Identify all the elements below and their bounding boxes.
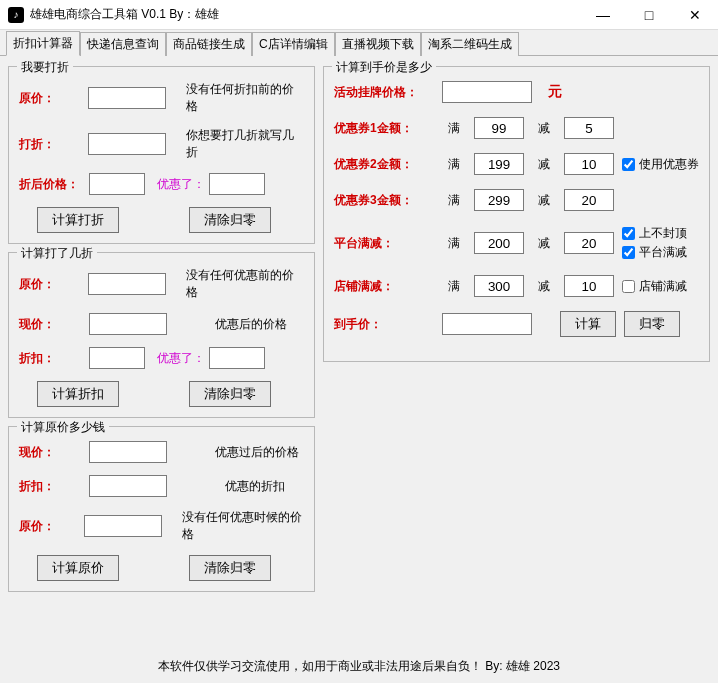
checkbox-platform[interactable]: 平台满减 <box>622 244 687 261</box>
desc-original: 没有任何折扣前的价格 <box>186 81 304 115</box>
input-shop-off[interactable] <box>564 275 614 297</box>
label-original-price: 原价： <box>19 276 88 293</box>
label-man: 满 <box>442 192 466 209</box>
clear-button-3[interactable]: 清除归零 <box>189 555 271 581</box>
label-platform-reduce: 平台满减： <box>334 235 434 252</box>
label-jian: 减 <box>532 192 556 209</box>
tab-qrcode-gen[interactable]: 淘系二维码生成 <box>421 32 519 56</box>
unit-yuan: 元 <box>548 83 562 101</box>
label-shop-reduce: 店铺满减： <box>334 278 434 295</box>
tab-live-download[interactable]: 直播视频下载 <box>335 32 421 56</box>
input-plat-threshold[interactable] <box>474 232 524 254</box>
desc: 优惠过后的价格 <box>215 444 299 461</box>
input-plat-off[interactable] <box>564 232 614 254</box>
clear-button-2[interactable]: 清除归零 <box>189 381 271 407</box>
label-jian: 减 <box>532 278 556 295</box>
group-calc-original: 计算原价多少钱 现价： 优惠过后的价格 折扣： 优惠的折扣 原价： 没有任何优惠… <box>8 426 315 592</box>
tab-product-link[interactable]: 商品链接生成 <box>166 32 252 56</box>
input-final-price[interactable] <box>442 313 532 335</box>
input-shop-threshold[interactable] <box>474 275 524 297</box>
desc: 没有任何优惠时候的价格 <box>182 509 304 543</box>
label-jian: 减 <box>532 235 556 252</box>
label-current-price: 现价： <box>19 444 89 461</box>
calc-discount-button[interactable]: 计算打折 <box>37 207 119 233</box>
label-saved: 优惠了： <box>157 350 205 367</box>
window-title: 雄雄电商综合工具箱 V0.1 By：雄雄 <box>30 6 580 23</box>
label-original-price: 原价： <box>19 518 84 535</box>
input-listed-price[interactable] <box>442 81 532 103</box>
group-legend: 计算到手价是多少 <box>332 59 436 76</box>
input-current-price[interactable] <box>89 441 167 463</box>
calc-rate-button[interactable]: 计算折扣 <box>37 381 119 407</box>
label-after-price: 折后价格： <box>19 176 89 193</box>
input-saved[interactable] <box>209 173 265 195</box>
input-original-price[interactable] <box>88 87 166 109</box>
input-discount-rate[interactable] <box>89 475 167 497</box>
label-current-price: 现价： <box>19 316 89 333</box>
label-discount: 打折： <box>19 136 88 153</box>
label-coupon2: 优惠券2金额： <box>334 156 434 173</box>
app-icon: ♪ <box>8 7 24 23</box>
input-discount-rate[interactable] <box>89 347 145 369</box>
input-saved[interactable] <box>209 347 265 369</box>
group-final-price: 计算到手价是多少 活动挂牌价格： 元 优惠券1金额： 满 减 优惠券2金额： 满… <box>323 66 710 362</box>
input-discount[interactable] <box>88 133 166 155</box>
group-calc-discount: 计算打了几折 原价： 没有任何优惠前的价格 现价： 优惠后的价格 折扣： 优惠了… <box>8 252 315 418</box>
checkbox-shop[interactable]: 店铺满减 <box>622 278 687 295</box>
minimize-button[interactable]: — <box>580 0 626 30</box>
maximize-button[interactable]: □ <box>626 0 672 30</box>
desc: 优惠后的价格 <box>215 316 287 333</box>
input-c2-off[interactable] <box>564 153 614 175</box>
input-after-price[interactable] <box>89 173 145 195</box>
label-jian: 减 <box>532 156 556 173</box>
input-original-price[interactable] <box>88 273 166 295</box>
input-original-price[interactable] <box>84 515 162 537</box>
label-listed-price: 活动挂牌价格： <box>334 84 434 101</box>
label-man: 满 <box>442 235 466 252</box>
tab-bar: 折扣计算器 快递信息查询 商品链接生成 C店详情编辑 直播视频下载 淘系二维码生… <box>0 30 718 56</box>
input-c3-off[interactable] <box>564 189 614 211</box>
clear-button-4[interactable]: 归零 <box>624 311 680 337</box>
input-current-price[interactable] <box>89 313 167 335</box>
tab-cshop-detail[interactable]: C店详情编辑 <box>252 32 335 56</box>
label-discount-rate: 折扣： <box>19 350 89 367</box>
label-original-price: 原价： <box>19 90 88 107</box>
label-jian: 减 <box>532 120 556 137</box>
label-final-price: 到手价： <box>334 316 434 333</box>
clear-button-1[interactable]: 清除归零 <box>189 207 271 233</box>
input-c3-threshold[interactable] <box>474 189 524 211</box>
footer-text: 本软件仅供学习交流使用，如用于商业或非法用途后果自负！ By: 雄雄 2023 <box>0 654 718 679</box>
group-legend: 我要打折 <box>17 59 73 76</box>
calc-final-button[interactable]: 计算 <box>560 311 616 337</box>
input-c1-off[interactable] <box>564 117 614 139</box>
checkbox-use-coupon[interactable]: 使用优惠券 <box>622 156 699 173</box>
label-man: 满 <box>442 278 466 295</box>
group-legend: 计算打了几折 <box>17 245 97 262</box>
desc: 没有任何优惠前的价格 <box>186 267 304 301</box>
group-legend: 计算原价多少钱 <box>17 419 109 436</box>
label-man: 满 <box>442 120 466 137</box>
desc-discount: 你想要打几折就写几折 <box>186 127 304 161</box>
label-discount-rate: 折扣： <box>19 478 89 495</box>
tab-express-query[interactable]: 快递信息查询 <box>80 32 166 56</box>
label-coupon3: 优惠券3金额： <box>334 192 434 209</box>
desc: 优惠的折扣 <box>225 478 285 495</box>
label-coupon1: 优惠券1金额： <box>334 120 434 137</box>
input-c2-threshold[interactable] <box>474 153 524 175</box>
calc-original-button[interactable]: 计算原价 <box>37 555 119 581</box>
input-c1-threshold[interactable] <box>474 117 524 139</box>
label-man: 满 <box>442 156 466 173</box>
label-saved: 优惠了： <box>157 176 205 193</box>
title-bar: ♪ 雄雄电商综合工具箱 V0.1 By：雄雄 — □ ✕ <box>0 0 718 30</box>
checkbox-no-cap[interactable]: 上不封顶 <box>622 225 687 242</box>
tab-discount-calc[interactable]: 折扣计算器 <box>6 31 80 56</box>
group-want-discount: 我要打折 原价： 没有任何折扣前的价格 打折： 你想要打几折就写几折 折后价格：… <box>8 66 315 244</box>
close-button[interactable]: ✕ <box>672 0 718 30</box>
